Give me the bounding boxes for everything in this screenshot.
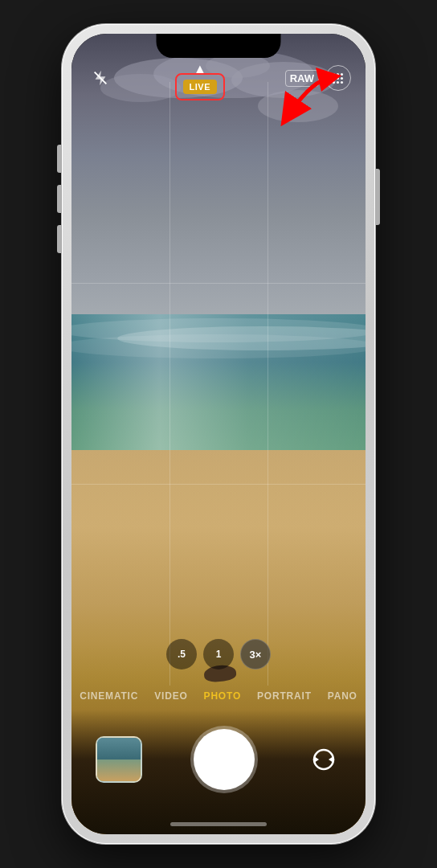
phone-screen: ▲ LIVE RAW xyxy=(71,34,366,834)
top-controls-bar: ▲ LIVE RAW xyxy=(71,62,366,94)
bottom-controls-bar xyxy=(71,729,366,790)
zoom-1x-button[interactable]: 1 xyxy=(203,639,234,669)
flip-camera-button[interactable] xyxy=(306,742,341,777)
camera-viewfinder[interactable]: ▲ LIVE RAW xyxy=(71,34,366,834)
mode-pano[interactable]: PANO xyxy=(328,690,357,702)
top-right-controls: RAW xyxy=(285,65,351,91)
phone-frame: ▲ LIVE RAW xyxy=(62,24,375,844)
more-options-button[interactable] xyxy=(325,65,351,91)
notch xyxy=(157,34,281,58)
live-badge-container: LIVE xyxy=(183,80,217,94)
home-indicator xyxy=(170,822,267,826)
mode-cinematic[interactable]: CINEMATIC xyxy=(80,690,138,702)
zoom-3x-button[interactable]: 3× xyxy=(240,639,271,669)
mode-portrait[interactable]: PORTRAIT xyxy=(257,690,312,702)
camera-grid xyxy=(71,82,366,686)
zoom-half-button[interactable]: .5 xyxy=(166,639,197,669)
camera-mode-selector: CINEMATIC VIDEO PHOTO PORTRAIT PANO xyxy=(71,690,366,702)
photo-thumbnail[interactable] xyxy=(96,736,142,783)
zoom-controls: .5 1 3× xyxy=(166,639,271,669)
flash-button[interactable] xyxy=(86,63,115,92)
raw-button[interactable]: RAW xyxy=(285,70,319,87)
live-badge[interactable]: LIVE xyxy=(183,80,217,94)
mode-photo[interactable]: PHOTO xyxy=(204,690,241,702)
shutter-button[interactable] xyxy=(194,729,255,790)
mode-video[interactable]: VIDEO xyxy=(154,690,187,702)
